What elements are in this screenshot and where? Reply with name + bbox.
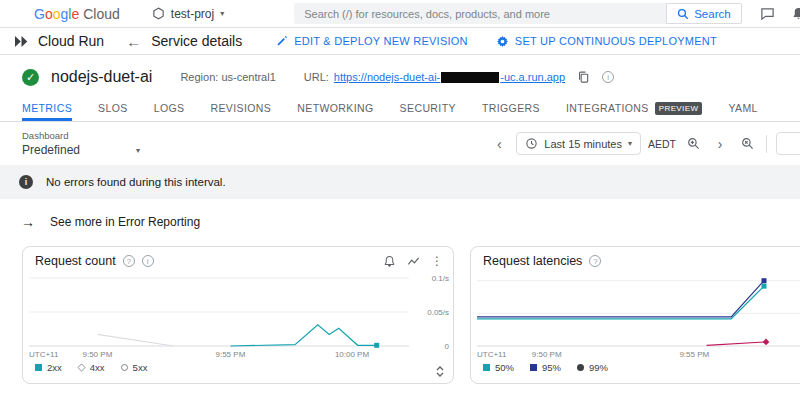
zoom-reset-button[interactable] xyxy=(737,133,757,155)
project-selector[interactable]: test-proj ▾ xyxy=(146,4,230,24)
google-cloud-logo[interactable]: Google Cloud xyxy=(34,6,120,22)
tab-label: INTEGRATIONS xyxy=(566,102,649,114)
cloud-run-icon xyxy=(14,35,29,48)
dashboard-field-value: Predefined xyxy=(22,143,80,157)
dashboard-controls: Dashboard Predefined ▾ ‹ Last 15 minutes… xyxy=(0,122,800,163)
legend-item-2xx[interactable]: 2xx xyxy=(35,362,62,373)
chevron-down-icon: ▾ xyxy=(628,139,632,148)
search-input[interactable] xyxy=(294,3,666,24)
tab-label: SECURITY xyxy=(400,102,456,114)
url-actions: i xyxy=(577,70,614,84)
legend-item-95%[interactable]: 95% xyxy=(530,362,561,373)
dashboard-selector[interactable]: Dashboard Predefined ▾ xyxy=(22,130,140,157)
svg-text:10:00 PM: 10:00 PM xyxy=(335,350,370,359)
tab-networking[interactable]: NETWORKING xyxy=(297,95,373,121)
alert-bell-icon[interactable] xyxy=(383,255,396,268)
search-icon xyxy=(677,8,689,20)
back-arrow-icon[interactable]: ← xyxy=(126,33,141,50)
continuous-deployment-button[interactable]: SET UP CONTINUOUS DEPLOYMENT xyxy=(496,35,717,48)
charts-section: Request count ? i ⋮ 00.05/s0.1/sUTC+119:… xyxy=(0,230,800,384)
service-region: Region: us-central1 xyxy=(180,71,275,83)
help-icon[interactable]: ? xyxy=(123,255,135,267)
clipped-edge-button[interactable] xyxy=(776,132,800,155)
assistant-icon[interactable] xyxy=(760,6,775,21)
info-icon[interactable]: i xyxy=(142,255,154,267)
cloud-console-page: Google Cloud test-proj ▾ Search xyxy=(0,0,800,406)
tab-triggers[interactable]: TRIGGERS xyxy=(482,95,540,121)
url-suffix: -uc.a.run.app xyxy=(500,71,565,83)
card-header: Request latencies ? xyxy=(471,247,800,269)
project-icon xyxy=(152,7,165,20)
legend-marker xyxy=(77,363,85,371)
tab-integrations[interactable]: INTEGRATIONS PREVIEW xyxy=(566,95,702,121)
time-range-selector[interactable]: Last 15 minutes ▾ xyxy=(516,132,641,155)
url-label: URL: xyxy=(304,71,329,83)
tab-label: NETWORKING xyxy=(297,102,373,114)
topbar-right xyxy=(760,6,800,21)
request-count-chart[interactable]: 00.05/s0.1/sUTC+119:50 PM9:55 PM10:00 PM xyxy=(23,270,453,360)
legend-label: 5xx xyxy=(133,362,148,373)
svg-text:9:55 PM: 9:55 PM xyxy=(216,350,246,359)
product-name[interactable]: Cloud Run xyxy=(38,33,104,49)
tab-security[interactable]: SECURITY xyxy=(400,95,456,121)
no-errors-banner: i No errors found during this interval. xyxy=(0,165,800,199)
tab-logs[interactable]: LOGS xyxy=(154,95,185,121)
legend-marker xyxy=(530,364,537,371)
tab-metrics[interactable]: METRICS xyxy=(22,95,72,121)
legend-item-4xx[interactable]: 4xx xyxy=(78,362,105,373)
card-header: Request count ? i ⋮ xyxy=(23,247,453,269)
google-wordmark: Google xyxy=(34,6,79,22)
help-icon[interactable]: ? xyxy=(589,255,601,267)
search-button[interactable]: Search xyxy=(666,3,741,24)
request-latencies-chart[interactable]: UTC+119:50 PM9:55 PM xyxy=(471,270,800,360)
unfold-icon[interactable] xyxy=(435,365,445,378)
topbar: Google Cloud test-proj ▾ Search xyxy=(0,0,800,28)
card-actions: ⋮ xyxy=(383,255,443,268)
url-prefix: https://nodejs-duet-ai- xyxy=(334,71,440,83)
dashboard-field-label: Dashboard xyxy=(22,130,140,141)
svg-text:9:50 PM: 9:50 PM xyxy=(532,350,562,359)
info-icon[interactable]: i xyxy=(602,71,614,83)
time-controls: ‹ Last 15 minutes ▾ AEDT › xyxy=(489,132,786,155)
tab-label: LOGS xyxy=(154,102,185,114)
legend-item-99%[interactable]: 99% xyxy=(577,362,608,373)
notifications-icon[interactable] xyxy=(791,6,800,21)
tab-label: METRICS xyxy=(22,102,72,114)
service-header: ✓ nodejs-duet-ai Region: us-central1 URL… xyxy=(0,55,800,95)
legend-marker xyxy=(483,364,490,371)
copy-icon[interactable] xyxy=(577,70,590,84)
request-latencies-card: Request latencies ? UTC+119:50 PM9:55 PM… xyxy=(470,246,800,384)
continuous-deployment-label: SET UP CONTINUOUS DEPLOYMENT xyxy=(515,35,717,47)
tab-slos[interactable]: SLOS xyxy=(98,95,128,121)
timezone-label: AEDT xyxy=(648,138,676,150)
overflow-menu-icon[interactable]: ⋮ xyxy=(431,255,443,267)
clock-icon xyxy=(525,137,538,150)
status-ok-icon: ✓ xyxy=(22,69,39,86)
chart-title: Request latencies xyxy=(483,254,582,268)
tab-yaml[interactable]: YAML xyxy=(728,95,757,121)
service-name: nodejs-duet-ai xyxy=(51,68,152,86)
chevron-down-icon: ▾ xyxy=(220,9,224,18)
zoom-in-button[interactable] xyxy=(683,133,703,155)
tab-revisions[interactable]: REVISIONS xyxy=(210,95,271,121)
legend-label: 95% xyxy=(542,362,561,373)
error-reporting-link[interactable]: → See more in Error Reporting xyxy=(0,199,800,230)
time-back-button[interactable]: ‹ xyxy=(489,133,509,155)
search-bar: Search xyxy=(294,3,741,24)
svg-text:0.05/s: 0.05/s xyxy=(427,308,449,317)
project-name: test-proj xyxy=(171,7,214,21)
legend-item-50%[interactable]: 50% xyxy=(483,362,514,373)
legend-label: 2xx xyxy=(47,362,62,373)
time-forward-button[interactable]: › xyxy=(710,133,730,155)
request-count-card: Request count ? i ⋮ 00.05/s0.1/sUTC+119:… xyxy=(22,246,454,384)
tab-label: TRIGGERS xyxy=(482,102,540,114)
zoom-in-icon xyxy=(687,137,700,150)
service-url: URL: https://nodejs-duet-ai--uc.a.run.ap… xyxy=(304,71,565,83)
legend-item-5xx[interactable]: 5xx xyxy=(121,362,148,373)
service-url-link[interactable]: https://nodejs-duet-ai--uc.a.run.app xyxy=(334,71,565,83)
legend-label: 4xx xyxy=(90,362,105,373)
product-header: Cloud Run ← Service details EDIT & DEPLO… xyxy=(0,28,800,55)
legend-marker xyxy=(577,364,584,371)
chart-options-icon[interactable] xyxy=(407,255,420,268)
edit-deploy-button[interactable]: EDIT & DEPLOY NEW REVISION xyxy=(276,35,468,47)
